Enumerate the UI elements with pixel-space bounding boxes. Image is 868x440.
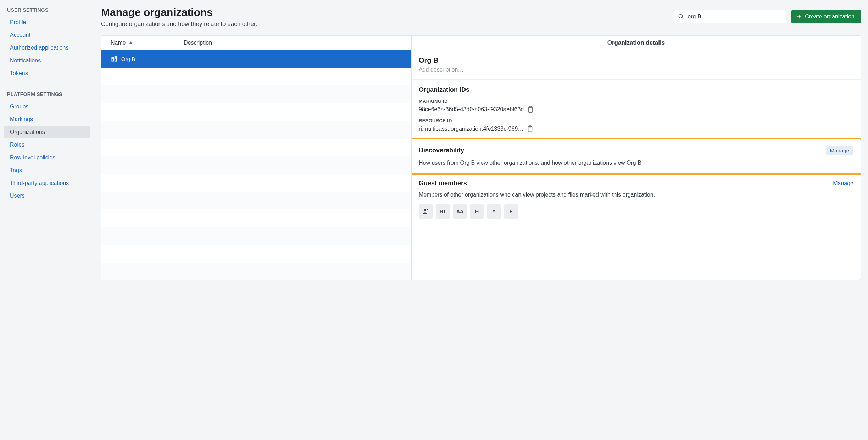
table-row[interactable]: Org B	[101, 50, 411, 68]
table-row-empty	[101, 227, 411, 245]
table-row-empty	[101, 263, 411, 280]
sidebar-item-notifications[interactable]: Notifications	[4, 55, 90, 67]
table-row-empty	[101, 192, 411, 209]
column-header-name[interactable]: Name	[101, 40, 184, 46]
sort-asc-icon	[129, 41, 133, 45]
table-row-empty	[101, 121, 411, 139]
page-subtitle: Configure organizations and how they rel…	[101, 21, 257, 28]
column-header-description[interactable]: Description	[184, 40, 411, 46]
guest-badge[interactable]: H	[470, 204, 484, 219]
sidebar-section-platform-settings: PLATFORM SETTINGS	[4, 89, 90, 101]
table-row-empty	[101, 103, 411, 121]
guest-badge-icon[interactable]	[419, 204, 433, 219]
org-table: Name Description Org B	[101, 36, 411, 280]
clipboard-icon[interactable]	[527, 106, 534, 113]
svg-rect-4	[529, 107, 533, 113]
guest-members-description: Members of other organizations who can v…	[419, 191, 853, 199]
page-title: Manage organizations	[101, 6, 257, 18]
table-row-empty	[101, 156, 411, 174]
table-row-empty	[101, 209, 411, 227]
guest-members-title: Guest members	[419, 180, 467, 187]
guest-members-manage-link[interactable]: Manage	[833, 180, 853, 187]
guest-badge[interactable]: AA	[453, 204, 467, 219]
sidebar-item-roles[interactable]: Roles	[4, 139, 90, 151]
svg-rect-7	[529, 126, 531, 127]
search-input[interactable]	[674, 10, 786, 23]
svg-point-8	[424, 209, 426, 212]
clipboard-icon[interactable]	[527, 125, 533, 132]
sidebar-section-user-settings: USER SETTINGS	[4, 5, 90, 16]
organization-details: Organization details Org B Add descripti…	[411, 36, 861, 280]
organization-icon	[111, 55, 118, 62]
column-header-name-label: Name	[111, 40, 126, 46]
sidebar: USER SETTINGS ProfileAccountAuthorized a…	[0, 0, 94, 440]
create-organization-button[interactable]: Create organization	[791, 10, 861, 23]
details-org-name: Org B	[419, 56, 853, 64]
discoverability-highlight: Discoverability Manage How users from Or…	[412, 138, 861, 175]
svg-line-1	[682, 17, 684, 19]
sidebar-item-row-level-policies[interactable]: Row-level policies	[4, 152, 90, 164]
sidebar-item-users[interactable]: Users	[4, 190, 90, 202]
create-organization-label: Create organization	[805, 13, 855, 20]
sidebar-item-organizations[interactable]: Organizations	[4, 126, 90, 138]
table-row-name: Org B	[121, 56, 135, 62]
table-row-empty	[101, 174, 411, 192]
marking-id-label: MARKING ID	[419, 98, 853, 104]
guest-badge[interactable]: F	[504, 204, 518, 219]
sidebar-item-markings[interactable]: Markings	[4, 113, 90, 125]
table-row-empty	[101, 245, 411, 263]
sidebar-item-groups[interactable]: Groups	[4, 101, 90, 113]
svg-rect-6	[528, 127, 532, 132]
person-icon	[422, 208, 429, 215]
guest-badge[interactable]: HT	[436, 204, 450, 219]
organization-ids-title: Organization IDs	[419, 86, 853, 94]
sidebar-item-authorized-applications[interactable]: Authorized applications	[4, 42, 90, 54]
resource-id-label: RESOURCE ID	[419, 118, 853, 123]
svg-point-0	[679, 14, 683, 18]
details-description-placeholder[interactable]: Add description…	[419, 67, 853, 73]
discoverability-description: How users from Org B view other organiza…	[419, 159, 853, 167]
guest-badge[interactable]: Y	[487, 204, 501, 219]
sidebar-item-profile[interactable]: Profile	[4, 16, 90, 28]
table-row-empty	[101, 85, 411, 103]
svg-rect-5	[530, 106, 532, 108]
table-row-empty	[101, 68, 411, 85]
sidebar-item-tags[interactable]: Tags	[4, 164, 90, 176]
discoverability-manage-button[interactable]: Manage	[826, 146, 853, 155]
discoverability-title: Discoverability	[419, 147, 464, 154]
search-wrap	[674, 10, 786, 23]
sidebar-item-third-party-applications[interactable]: Third-party applications	[4, 177, 90, 189]
marking-id-value: 98ce6e6a-36d5-43d0-a063-f9320aebf63d	[419, 106, 524, 113]
sidebar-item-account[interactable]: Account	[4, 29, 90, 41]
table-row-empty	[101, 139, 411, 156]
content-panel: Name Description Org B Organization deta…	[101, 35, 861, 280]
plus-icon	[796, 14, 802, 19]
sidebar-item-tokens[interactable]: Tokens	[4, 67, 90, 79]
resource-id-value: ri.multipass..organization.4fe1333c-969…	[419, 126, 523, 132]
details-title: Organization details	[412, 36, 861, 50]
svg-point-9	[427, 209, 428, 210]
main-content: Manage organizations Configure organizat…	[94, 0, 868, 440]
search-icon	[678, 13, 684, 20]
